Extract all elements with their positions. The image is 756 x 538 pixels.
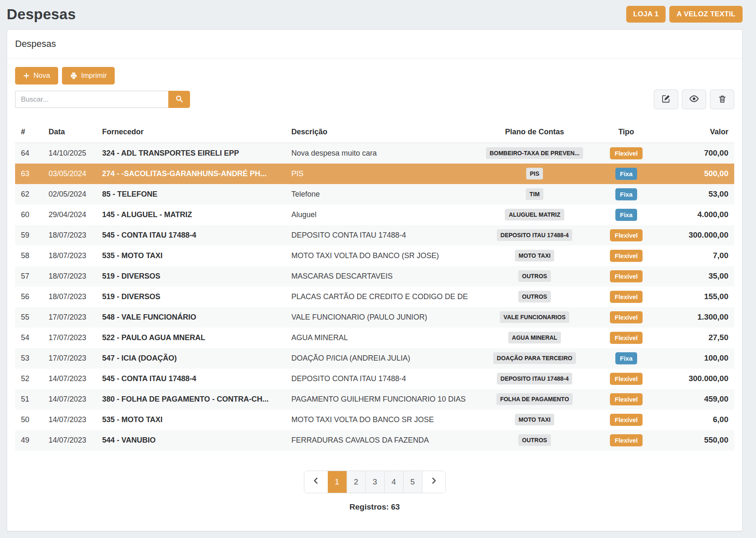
row-value: 7,00 (651, 246, 734, 266)
new-expense-button[interactable]: Nova (15, 67, 58, 85)
row-description: Telefone (285, 184, 468, 205)
table-row[interactable]: 54 17/07/2023 522 - PAULO AGUA MNERAL AG… (15, 328, 734, 348)
row-id: 51 (15, 389, 43, 410)
table-row[interactable]: 49 14/07/2023 544 - VANUBIO FERRADURAS C… (15, 430, 734, 451)
page: Despesas LOJA 1 A VELOZ TEXTIL Despesas … (0, 0, 756, 538)
table-row[interactable]: 60 29/04/2024 145 - ALUGUEL - MATRIZ Alu… (15, 205, 734, 225)
table-row[interactable]: 52 14/07/2023 545 - CONTA ITAU 17488-4 D… (15, 369, 734, 389)
type-badge: Fixa (615, 352, 637, 364)
row-supplier: 545 - CONTA ITAU 17488-4 (96, 369, 285, 389)
row-supplier: 535 - MOTO TAXI (96, 410, 285, 430)
topbar: Despesas LOJA 1 A VELOZ TEXTIL (7, 0, 743, 29)
table-row[interactable]: 53 17/07/2023 547 - ICIA (DOAÇÃO) DOAÇÃO… (15, 348, 734, 369)
row-id: 63 (15, 164, 43, 184)
table-row[interactable]: 63 03/05/2024 274 - -SACOLITAS-GARANHUNS… (15, 164, 734, 184)
plus-icon (23, 72, 30, 79)
row-supplier: 380 - FOLHA DE PAGAMENTO - CONTRA-CH... (96, 389, 285, 410)
pagination-next-button[interactable] (422, 471, 445, 493)
row-value: 300.000,00 (651, 369, 734, 389)
row-date: 14/10/2025 (43, 143, 96, 164)
plan-badge: BOMBEIRO-TAXA DE PREVEN... (486, 147, 584, 159)
table-row[interactable]: 50 14/07/2023 535 - MOTO TAXI MOTO TAXI … (15, 410, 734, 430)
row-supplier: 519 - DIVERSOS (96, 266, 285, 287)
row-date: 18/07/2023 (43, 225, 96, 246)
row-description: PIS (285, 164, 468, 184)
type-badge: Flexível (610, 270, 642, 282)
row-supplier: 274 - -SACOLITAS-GARANHUNS-ANDRÉ PH... (96, 164, 285, 184)
type-badge: Flexível (610, 311, 642, 323)
row-date: 29/04/2024 (43, 205, 96, 225)
row-value: 27,50 (651, 328, 734, 348)
chevron-right-icon (430, 477, 437, 487)
pagination-page-button[interactable]: 3 (365, 471, 384, 493)
type-badge: Flexível (610, 373, 642, 385)
pagination-prev-button[interactable] (304, 471, 328, 493)
view-button[interactable] (682, 90, 706, 109)
pagination-pages: 12345 (328, 471, 422, 493)
table-row[interactable]: 55 17/07/2023 548 - VALE FUNCIONÁRIO VAL… (15, 307, 734, 328)
row-id: 60 (15, 205, 43, 225)
table-row[interactable]: 57 18/07/2023 519 - DIVERSOS MASCARAS DE… (15, 266, 734, 287)
row-id: 50 (15, 410, 43, 430)
row-supplier: 324 - ADL TRANSPORTES EIRELI EPP (96, 143, 285, 164)
row-description: VALE FUNCIONARIO (PAULO JUNIOR) (285, 307, 468, 328)
row-description: DEPOSITO CONTA ITAU 17488-4 (285, 225, 468, 246)
search-button[interactable] (168, 91, 190, 108)
row-description: MOTO TAXI VOLTA DO BANCO SR JOSE (285, 410, 468, 430)
row-action-buttons (654, 90, 734, 109)
search-group (15, 91, 190, 108)
expenses-card: Despesas Nova Imprimir (7, 29, 743, 531)
type-badge: Flexível (610, 147, 642, 159)
row-value: 100,00 (651, 348, 734, 369)
row-description: Nova despesa muito cara (285, 143, 468, 164)
type-badge: Flexível (610, 393, 642, 405)
search-row (15, 90, 734, 109)
search-input[interactable] (15, 91, 168, 108)
row-date: 17/07/2023 (43, 307, 96, 328)
company-button[interactable]: A VELOZ TEXTIL (669, 6, 743, 23)
column-header-id: # (15, 124, 43, 143)
eye-icon (689, 94, 699, 105)
print-label: Imprimir (81, 72, 107, 80)
row-date: 14/07/2023 (43, 369, 96, 389)
pagination-page-button[interactable]: 1 (328, 471, 347, 493)
row-date: 14/07/2023 (43, 389, 96, 410)
row-description: PAGAMENTO GUILHERM FUNCIONARIO 10 DIAS (285, 389, 468, 410)
delete-button[interactable] (710, 90, 734, 109)
table-row[interactable]: 64 14/10/2025 324 - ADL TRANSPORTES EIRE… (15, 143, 734, 164)
type-badge: Fixa (615, 188, 637, 200)
row-supplier: 535 - MOTO TAXI (96, 246, 285, 266)
row-id: 57 (15, 266, 43, 287)
row-date: 17/07/2023 (43, 328, 96, 348)
row-id: 52 (15, 369, 43, 389)
pagination-page-button[interactable]: 2 (347, 471, 365, 493)
card-title: Despesas (7, 30, 742, 59)
table-row[interactable]: 58 18/07/2023 535 - MOTO TAXI MOTO TAXI … (15, 246, 734, 266)
table-row[interactable]: 56 18/07/2023 519 - DIVERSOS PLACAS CART… (15, 287, 734, 307)
row-supplier: 522 - PAULO AGUA MNERAL (96, 328, 285, 348)
table-row[interactable]: 59 18/07/2023 545 - CONTA ITAU 17488-4 D… (15, 225, 734, 246)
table-row[interactable]: 62 02/05/2024 85 - TELEFONE Telefone TIM… (15, 184, 734, 205)
row-description: MASCARAS DESCARTAVEIS (285, 266, 468, 287)
plan-badge: DEPOSITO ITAU 17488-4 (497, 373, 573, 384)
page-title: Despesas (7, 6, 76, 23)
row-date: 03/05/2024 (43, 164, 96, 184)
store-button[interactable]: LOJA 1 (626, 6, 666, 23)
edit-button[interactable] (654, 90, 678, 109)
row-value: 550,00 (651, 430, 734, 451)
row-date: 17/07/2023 (43, 348, 96, 369)
pagination-page-button[interactable]: 5 (403, 471, 422, 493)
column-header-plan: Plano de Contas (468, 124, 601, 143)
pagination-page-button[interactable]: 4 (384, 471, 403, 493)
row-id: 53 (15, 348, 43, 369)
table-row[interactable]: 51 14/07/2023 380 - FOLHA DE PAGAMENTO -… (15, 389, 734, 410)
trash-icon (718, 95, 727, 105)
column-header-supplier: Fornecedor (96, 124, 285, 143)
pagination: 12345 (304, 471, 446, 493)
row-value: 459,00 (651, 389, 734, 410)
row-supplier: 545 - CONTA ITAU 17488-4 (96, 225, 285, 246)
type-badge: Flexível (610, 229, 642, 241)
row-supplier: 548 - VALE FUNCIONÁRIO (96, 307, 285, 328)
print-button[interactable]: Imprimir (62, 67, 115, 85)
type-badge: Fixa (615, 168, 637, 180)
